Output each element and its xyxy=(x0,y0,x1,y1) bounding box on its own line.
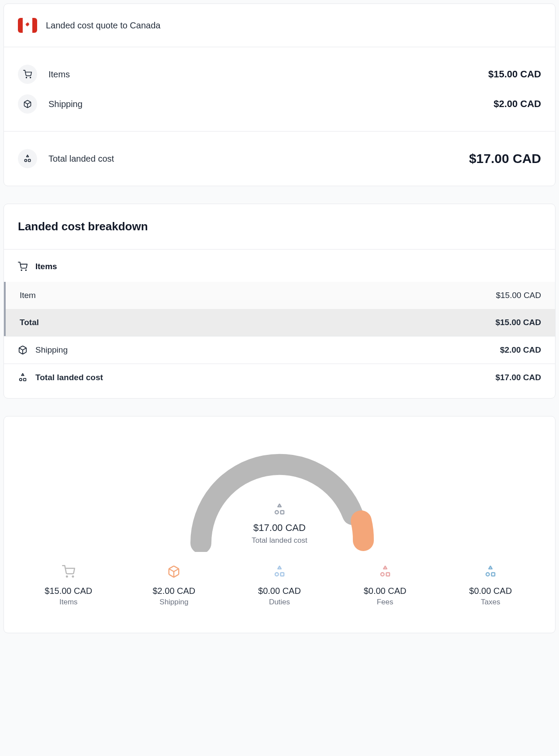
breakdown-title: Landed cost breakdown xyxy=(4,204,555,250)
items-total-value: $15.00 CAD xyxy=(495,318,541,327)
total-value: $17.00 CAD xyxy=(469,151,541,166)
cart-icon xyxy=(18,65,37,84)
quote-items-row: Items $15.00 CAD xyxy=(18,59,541,89)
legend-shipping-label: Shipping xyxy=(159,598,188,607)
svg-point-19 xyxy=(486,573,490,576)
svg-point-1 xyxy=(30,77,31,78)
shapes-icon xyxy=(18,149,37,168)
legend-fees: $0.00 CAD Fees xyxy=(335,565,436,607)
breakdown-landed-value: $17.00 CAD xyxy=(495,373,541,382)
quote-card: Landed cost quote to Canada Items $15.00… xyxy=(3,3,556,186)
quote-title: Landed cost quote to Canada xyxy=(46,21,160,31)
svg-point-15 xyxy=(275,573,279,576)
svg-point-3 xyxy=(24,160,27,162)
box-icon xyxy=(167,565,180,578)
legend-taxes: $0.00 CAD Taxes xyxy=(440,565,541,607)
item-row-value: $15.00 CAD xyxy=(496,291,541,300)
svg-point-0 xyxy=(26,77,27,78)
legend-shipping: $2.00 CAD Shipping xyxy=(124,565,225,607)
breakdown-shipping-row: Shipping $2.00 CAD xyxy=(4,336,555,364)
quote-shipping-row: Shipping $2.00 CAD xyxy=(18,89,541,119)
box-icon xyxy=(18,345,28,355)
table-row: Item $15.00 CAD xyxy=(4,282,555,309)
legend-duties: $0.00 CAD Duties xyxy=(229,565,330,607)
shapes-icon xyxy=(273,565,286,578)
gauge-chart: $17.00 CAD Total landed cost $15.00 CAD … xyxy=(4,416,555,633)
legend-shipping-value: $2.00 CAD xyxy=(152,586,195,596)
svg-point-8 xyxy=(20,378,22,381)
item-row-label: Item xyxy=(20,291,36,300)
svg-rect-16 xyxy=(280,573,284,576)
svg-rect-9 xyxy=(24,378,26,381)
items-total-label: Total xyxy=(20,318,39,327)
svg-point-17 xyxy=(381,573,384,576)
items-value: $15.00 CAD xyxy=(488,69,541,80)
legend-taxes-label: Taxes xyxy=(481,598,500,607)
legend-items-value: $15.00 CAD xyxy=(45,586,92,596)
total-label: Total landed cost xyxy=(48,154,114,164)
shapes-icon xyxy=(379,565,392,578)
svg-rect-4 xyxy=(28,160,31,162)
breakdown-item-rows: Item $15.00 CAD Total $15.00 CAD xyxy=(4,282,555,336)
svg-point-5 xyxy=(21,270,22,270)
cart-icon xyxy=(18,262,28,271)
legend-duties-label: Duties xyxy=(269,598,290,607)
chart-legend: $15.00 CAD Items $2.00 CAD Shipping $0.0… xyxy=(18,565,541,607)
breakdown-items-label: Items xyxy=(35,262,57,271)
shipping-value: $2.00 CAD xyxy=(493,98,541,110)
cart-icon xyxy=(62,565,75,578)
quote-total-section: Total landed cost $17.00 CAD xyxy=(4,132,555,186)
breakdown-landed-row: Total landed cost $17.00 CAD xyxy=(4,364,555,398)
shapes-icon xyxy=(18,373,28,382)
breakdown-shipping-label: Shipping xyxy=(35,345,68,355)
gauge-svg xyxy=(175,438,384,552)
breakdown-card: Landed cost breakdown Items Item $15.00 … xyxy=(3,204,556,399)
legend-fees-label: Fees xyxy=(377,598,393,607)
shipping-label: Shipping xyxy=(48,99,83,109)
legend-fees-value: $0.00 CAD xyxy=(364,586,407,596)
quote-total-row: Total landed cost $17.00 CAD xyxy=(18,144,541,173)
svg-point-13 xyxy=(72,576,74,577)
svg-rect-18 xyxy=(386,573,390,576)
svg-rect-20 xyxy=(492,573,495,576)
svg-point-6 xyxy=(25,270,26,270)
legend-duties-value: $0.00 CAD xyxy=(258,586,301,596)
breakdown-shipping-value: $2.00 CAD xyxy=(500,345,541,355)
legend-taxes-value: $0.00 CAD xyxy=(469,586,512,596)
box-icon xyxy=(18,94,37,114)
table-row: Total $15.00 CAD xyxy=(4,309,555,336)
legend-items: $15.00 CAD Items xyxy=(18,565,119,607)
items-label: Items xyxy=(48,69,70,80)
canada-flag-icon xyxy=(18,18,37,33)
legend-items-label: Items xyxy=(59,598,78,607)
breakdown-items-head: Items xyxy=(4,250,555,282)
svg-point-12 xyxy=(66,576,68,577)
chart-card: $17.00 CAD Total landed cost $15.00 CAD … xyxy=(3,416,556,633)
shapes-icon xyxy=(484,565,497,578)
quote-header: Landed cost quote to Canada xyxy=(4,4,555,47)
breakdown-landed-label: Total landed cost xyxy=(35,373,103,382)
quote-summary-rows: Items $15.00 CAD Shipping $2.00 CAD xyxy=(4,47,555,132)
